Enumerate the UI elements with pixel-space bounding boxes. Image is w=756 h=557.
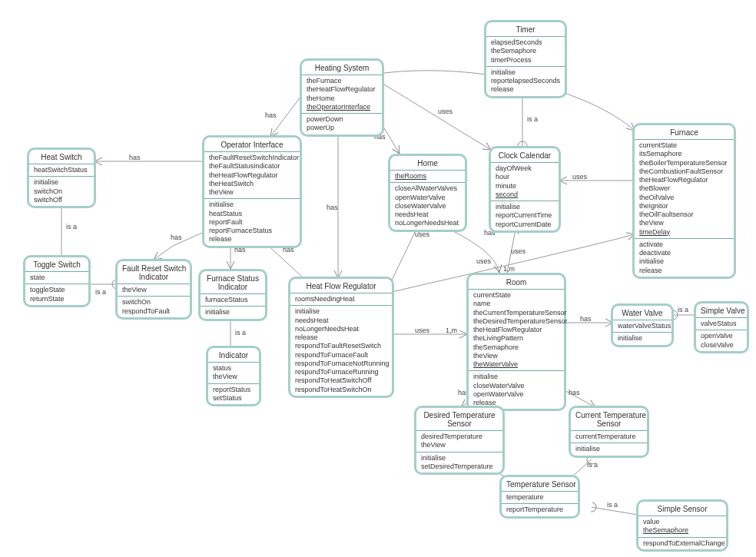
op: initialise [639,257,729,266]
op: release [491,85,560,94]
edge-label: has [327,204,338,211]
node-title: Operator Interface [204,138,300,151]
attr: currentState [639,141,729,150]
op: switchOn [34,187,89,196]
node-room: RoomcurrentStatenametheCurrentTemperatur… [466,273,566,411]
attr: theFaultResetSwitchIndicator [209,154,295,162]
op: needsHeat [395,211,460,219]
op: release [639,267,729,275]
node-attrs: dayOfWeekhourminutesecond [491,162,559,201]
op: initialise [575,445,642,453]
op: reportTemperature [506,506,573,514]
op: noLongerNeedsHeat [295,325,387,333]
attr: theView [421,441,498,449]
node-title: Furnace StatusIndicator [201,271,265,293]
node-ops: powerDownpowerUp [302,113,382,134]
attr: theView [473,352,559,360]
op: respondToFurnaceNotRunning [295,360,387,368]
attr: theSemaphore [473,343,559,352]
op: respondToFaultResetSwitch [295,342,387,350]
attr: timerProcess [491,56,560,65]
node-attrs: waterValveStatus [613,320,671,332]
node-attrs: desiredTemperaturetheView [416,430,502,452]
attr: second [496,191,554,199]
op: initialise [34,178,89,187]
node-attrs: currentTemperature [571,430,647,443]
op: reportStatus [213,386,254,394]
edge-label: has [265,111,277,119]
op: powerUp [307,124,377,132]
node-title: Fault Reset SwitchIndicator [118,261,190,283]
node-title: Furnace [635,125,734,139]
node-attrs: currentStateitsSemaphoretheBoilerTempera… [635,139,734,238]
op: initialise [618,334,667,343]
node-operator-interface: Operator InterfacetheFaultResetSwitchInd… [202,135,302,248]
node-title: Heating System [302,61,382,75]
attr: dayOfWeek [496,164,554,173]
attr: temperature [506,493,573,502]
attr: theIgnitor [639,202,729,211]
op: switchOff [34,196,89,204]
attr: theWaterValve [473,360,559,369]
node-title: Clock Calendar [491,148,559,162]
attr: theFaultStatusIndicator [209,162,295,171]
op: respondToFault [122,307,185,316]
edge-label: is a [607,501,618,509]
op: toggleState [30,286,84,294]
attr: theCombustionFaultSensor [639,167,729,176]
node-ops: initialise [201,306,265,318]
op: activate [639,240,729,249]
node-title: Temperature Sensor [502,477,578,491]
attr: theRooms [395,172,460,181]
node-attrs: furnaceStatus [201,293,265,306]
attr: status [213,364,254,373]
node-simple-sensor: Simple SensorvaluetheSemaphorerespondToE… [636,499,728,552]
node-attrs: roomsNeedingHeat [290,293,392,305]
node-attrs: theRooms [390,170,465,182]
attr: roomsNeedingHeat [295,295,387,303]
attr: currentState [473,291,559,300]
attr: value [643,518,721,526]
node-attrs: state [25,271,88,283]
attr: currentTemperature [575,433,642,441]
node-ops: switchOnrespondToFault [118,296,190,317]
node-ops: initialisesetDesiredTemperature [416,452,502,473]
node-title: Room [469,275,564,289]
node-title: Heat Switch [29,150,94,164]
edge-label: uses [438,108,453,115]
op: closeAllWaterValves [395,184,460,193]
op: reportCurrentTime [496,211,554,220]
op: reportelapsedSeconds [491,77,560,85]
attr: timeDelay [639,228,729,237]
op: release [209,235,295,244]
node-heat-switch: Heat SwitchheatSwitchStatusinitialiseswi… [27,148,96,208]
node-title: Heat Flow Regulator [290,279,392,293]
op: heatStatus [209,210,295,218]
op: switchOn [122,298,185,307]
edge-label: is a [95,288,106,296]
attr: heatSwitchStatus [34,166,89,174]
node-title: Simple Sensor [638,502,726,516]
attr: itsSemaphore [639,150,729,158]
node-title: Timer [486,22,565,36]
attr: theBlower [639,184,729,193]
node-desired-temperature-sensor: Desired TemperatureSensordesiredTemperat… [414,406,505,475]
node-attrs: valveStatus [696,317,747,330]
attr: furnaceStatus [205,296,260,304]
edge-label: has [171,234,182,241]
node-title: Water Valve [613,306,671,320]
attr: theView [213,373,254,381]
op: deactivate [639,249,729,257]
op: initialise [473,373,559,381]
node-attrs: temperature [502,491,578,503]
edge-label: 1,m [503,265,515,273]
node-clock-calendar: Clock CalendardayOfWeekhourminutesecondi… [489,146,561,233]
svg-line-12 [388,224,419,288]
node-ops: initialisereportCurrentTimereportCurrent… [491,201,559,230]
node-heating-system: Heating SystemtheFurnacetheHeatFlowRegul… [300,58,384,137]
node-ops: initialise [571,443,647,455]
attr: state [30,274,84,282]
op: initialise [496,203,554,211]
op: returnState [30,295,84,303]
attr: theHome [307,94,377,103]
